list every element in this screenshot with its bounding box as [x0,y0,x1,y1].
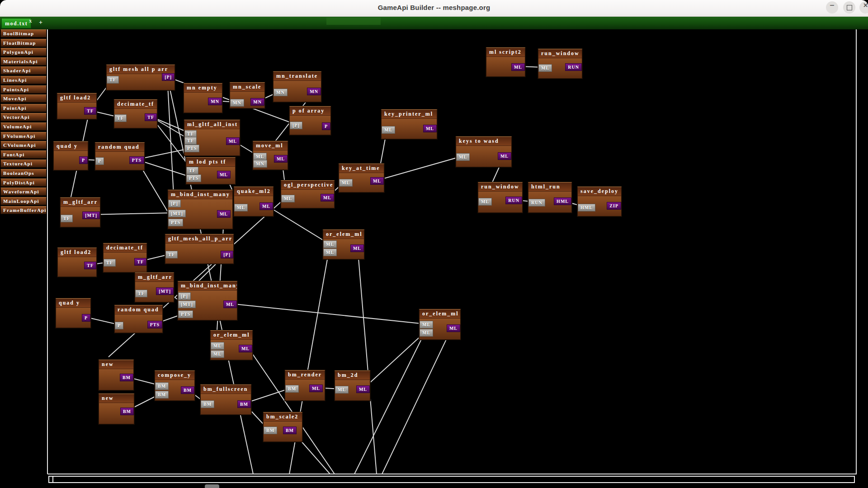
output-port-ml[interactable]: ML [239,345,252,352]
node-gltf-load2-2[interactable]: gltf load2TF [57,248,97,277]
node-bm-scale2[interactable]: bm_scale2BMBM [263,412,302,442]
output-port-ml[interactable]: ML [447,324,460,332]
output-port-bm[interactable]: BM [283,427,297,434]
output-port-ml[interactable]: ML [226,137,240,145]
input-port-p[interactable]: P [115,322,123,329]
input-port-bm[interactable]: BM [201,400,214,408]
output-port-bm[interactable]: BM [120,374,133,381]
output-port-ml[interactable]: ML [223,300,237,308]
output-port-p[interactable]: P [82,314,90,322]
input-port-pts[interactable]: PTS [168,219,183,226]
output-port-tf[interactable]: TF [145,113,157,121]
input-port-ml[interactable]: ML [420,329,433,337]
input-port-p[interactable]: P [95,157,104,165]
input-port-tf[interactable]: TF [107,76,119,84]
input-port-bm[interactable]: BM [155,391,169,399]
output-port-bm[interactable]: BM [237,400,251,408]
node-key-at-time[interactable]: key_at_timeMLML [339,164,384,192]
output-port-ml[interactable]: ML [309,385,323,392]
output-port-mt[interactable]: [MT] [82,211,100,219]
output-port-ml[interactable]: ML [370,177,384,185]
node-bm-render[interactable]: bm_renderBMML [285,370,325,401]
node-or-elem-ml-3[interactable]: or_elem_mlMLMLML [419,309,461,340]
input-port-p[interactable]: [P] [290,122,302,129]
node-compose-y[interactable]: compose_yBMBMBM [155,371,195,401]
node-run-window-1[interactable]: run_windowMLRUN [538,49,582,79]
input-port-bm[interactable]: BM [264,427,277,434]
node-random-quad-2[interactable]: random quadPPTS [114,305,163,333]
input-port-pts[interactable]: PTS [178,310,193,318]
input-port-run[interactable]: RUN [528,199,545,206]
input-port-ml[interactable]: ML [456,153,470,161]
node-html-run[interactable]: html_runRUNHML [528,182,572,213]
node-key-printer-ml[interactable]: key_printer_mlMLML [381,109,437,139]
input-port-hml[interactable]: HML [578,204,595,211]
input-port-bm[interactable]: BM [285,385,299,393]
output-port-mn[interactable]: MN [307,88,321,95]
node-random-quad-1[interactable]: random quadPPTS [95,142,145,170]
input-port-p[interactable]: [P] [178,292,191,300]
node-move-ml[interactable]: move_mlMLMNML [253,141,288,170]
input-port-ml[interactable]: ML [211,342,224,350]
node-gltf-load2-1[interactable]: gltf load2TF [57,93,97,119]
output-port-tf[interactable]: TF [84,107,96,115]
output-port-bm[interactable]: BM [120,408,134,415]
input-port-ml[interactable]: ML [253,153,267,160]
output-port-zip[interactable]: ZIP [607,202,621,210]
node-new-2[interactable]: newBM [99,394,134,424]
output-port-run[interactable]: RUN [505,197,522,204]
input-port-tf[interactable]: TF [135,290,147,297]
output-port-ml[interactable]: ML [217,171,231,178]
output-port-pts[interactable]: PTS [147,321,162,328]
input-port-ml[interactable]: ML [538,64,552,72]
node-ml-gltf-all-inst[interactable]: ml_gltf_all_instTFTFPTSML [184,120,240,156]
node-mn-translate[interactable]: mn_translateMNMN [273,71,321,102]
output-port-tf[interactable]: TF [134,258,146,266]
output-port-ml[interactable]: ML [498,152,511,160]
node-save-deploy[interactable]: save_deployHMLZIP [577,187,622,216]
input-port-tf[interactable]: TF [165,251,178,258]
node-decimate-tf-2[interactable]: decimate_tfTFTF [103,243,147,272]
node-bm-fullscreen[interactable]: bm_fullscreenBMBM [200,385,251,415]
output-port-p[interactable]: P [322,122,330,130]
input-port-bm[interactable]: BM [155,382,169,390]
output-port-ml[interactable]: ML [350,244,364,252]
output-port-ml[interactable]: ML [274,155,288,163]
output-port-mn[interactable]: MN [208,98,222,105]
node-decimate-tf-1[interactable]: decimate_tfTFTF [114,99,157,128]
node-new-1[interactable]: newBM [99,360,134,390]
input-port-mn[interactable]: MN [253,160,267,168]
input-port-pts[interactable]: PTS [184,145,199,152]
node-mn-scale[interactable]: mn_scaleMNMN [230,82,265,108]
output-port-p[interactable]: [P] [162,73,175,81]
node-gltf-mesh-all-p-arr-1[interactable]: gltf mesh all p arrTF[P] [106,65,175,90]
node-m-bind-inst-many-1[interactable]: m_bind_inst_many[P][MT]PTSML [168,190,233,229]
node-quake-ml2[interactable]: quake_ml2MLML [234,187,274,216]
input-port-ml[interactable]: ML [478,198,492,206]
input-port-tf[interactable]: TF [104,259,116,267]
input-port-mn[interactable]: MN [230,99,244,107]
output-port-tf[interactable]: TF [84,262,96,269]
input-port-ml[interactable]: ML [339,179,353,187]
node-m-gltf-arr-1[interactable]: m_gltf_arrTF[MT] [60,197,100,227]
node-bm-2d[interactable]: bm_2dMLML [335,371,370,401]
node-or-elem-ml-1[interactable]: or_elem_mlMLMLML [323,230,364,259]
input-port-tf[interactable]: TF [61,215,73,222]
output-port-mt[interactable]: [MT] [156,287,174,295]
node-keys-to-wasd[interactable]: keys to wasdMLML [456,136,512,167]
node-run-window-2[interactable]: run_windowMLRUN [478,182,523,213]
output-port-run[interactable]: RUN [565,63,582,71]
input-port-tf[interactable]: TF [186,167,198,174]
input-port-mt[interactable]: [MT] [178,300,196,308]
node-mn-empty[interactable]: mn emptyMN [184,83,222,113]
node-m-gltf-arr-2[interactable]: m_gltf_arrTF[MT] [135,272,174,302]
input-port-ml[interactable]: ML [323,249,337,256]
output-port-p[interactable]: P [79,156,88,164]
node-m-bind-inst-many-2[interactable]: m_bind_inst_many[P][MT]PTSML [178,281,237,320]
output-port-mn[interactable]: MN [250,98,264,106]
node-quad-y-1[interactable]: quad yP [53,141,88,170]
output-port-ml[interactable]: ML [511,63,525,71]
output-port-ml[interactable]: ML [423,125,437,132]
input-port-pts[interactable]: PTS [186,174,201,182]
output-port-ml[interactable]: ML [217,210,231,218]
